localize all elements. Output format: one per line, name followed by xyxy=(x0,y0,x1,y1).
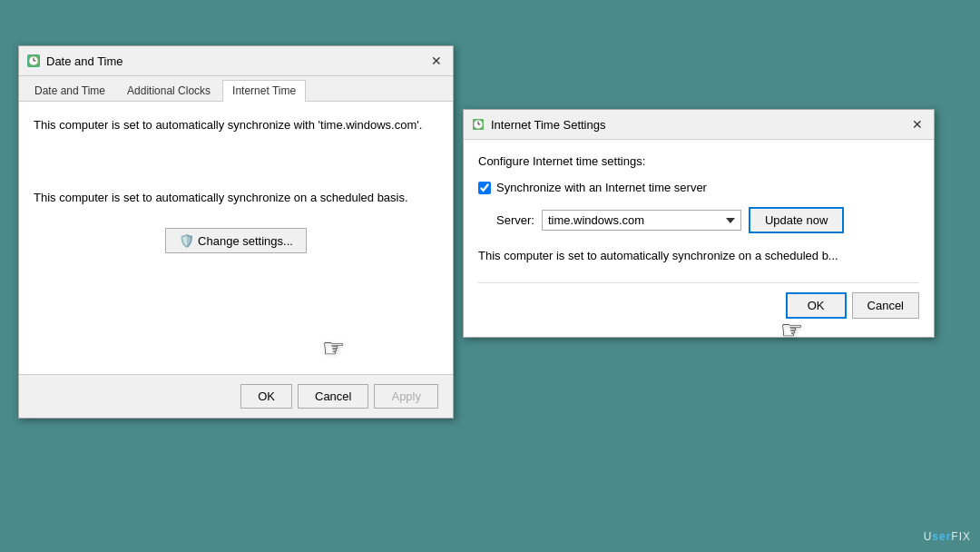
dialog2-ok-button[interactable]: OK xyxy=(786,292,847,319)
server-label: Server: xyxy=(496,213,534,227)
dialog1-sync-text: This computer is set to automatically sy… xyxy=(34,116,438,134)
dialog1-title-bar: Date and Time ✕ xyxy=(19,46,453,76)
server-row: Server: time.windows.com Update now xyxy=(496,207,919,233)
internet-time-settings-dialog: Internet Time Settings ✕ Configure Inter… xyxy=(463,109,935,338)
clock-icon xyxy=(26,54,41,68)
dialog2-clock-icon xyxy=(471,117,485,132)
shield-icon: 🛡️ xyxy=(179,233,194,248)
dialog2-button-row: OK Cancel xyxy=(478,282,919,322)
server-dropdown[interactable]: time.windows.com xyxy=(542,210,741,231)
tab-internet-time[interactable]: Internet Time xyxy=(222,80,306,102)
dialog1-apply-button[interactable]: Apply xyxy=(374,384,438,409)
dialog2-cancel-button[interactable]: Cancel xyxy=(852,292,919,319)
sync-checkbox-row: Synchronize with an Internet time server xyxy=(478,181,919,194)
dialog1-schedule-text: This computer is set to automatically sy… xyxy=(34,189,438,207)
date-time-dialog: Date and Time ✕ Date and Time Additional… xyxy=(18,45,454,419)
watermark-suffix: FIX xyxy=(951,530,971,543)
dialog1-ok-button[interactable]: OK xyxy=(240,384,292,409)
dialog2-close-button[interactable]: ✕ xyxy=(908,115,926,133)
title-bar-left: Date and Time xyxy=(26,54,123,68)
dialog1-cancel-button[interactable]: Cancel xyxy=(298,384,368,409)
tab-additional-clocks[interactable]: Additional Clocks xyxy=(117,80,220,101)
watermark-highlight: ser xyxy=(932,530,951,543)
dialog2-title-bar: Internet Time Settings ✕ xyxy=(464,110,934,140)
dialog2-title-text: Internet Time Settings xyxy=(491,118,605,132)
watermark-prefix: U xyxy=(924,530,933,543)
dialog2-schedule-note: This computer is set to automatically sy… xyxy=(478,248,919,264)
dialog1-title-text: Date and Time xyxy=(46,54,123,68)
dialog1-button-row: OK Cancel Apply xyxy=(19,374,453,418)
tab-date-and-time[interactable]: Date and Time xyxy=(24,80,115,101)
sync-checkbox-label: Synchronize with an Internet time server xyxy=(496,181,707,194)
watermark: UserFIX xyxy=(924,530,971,543)
sync-checkbox[interactable] xyxy=(478,182,491,194)
dialog2-title-bar-left: Internet Time Settings xyxy=(471,117,605,132)
change-settings-button[interactable]: 🛡️ Change settings... xyxy=(165,228,307,253)
dialog2-configure-label: Configure Internet time settings: xyxy=(478,154,919,168)
dialog1-close-button[interactable]: ✕ xyxy=(427,52,446,70)
dialog2-content: Configure Internet time settings: Synchr… xyxy=(464,140,934,337)
change-settings-label: Change settings... xyxy=(198,234,293,248)
dialog1-content: This computer is set to automatically sy… xyxy=(19,102,453,374)
update-now-button[interactable]: Update now xyxy=(749,207,844,233)
dialog1-tab-bar: Date and Time Additional Clocks Internet… xyxy=(19,76,453,102)
